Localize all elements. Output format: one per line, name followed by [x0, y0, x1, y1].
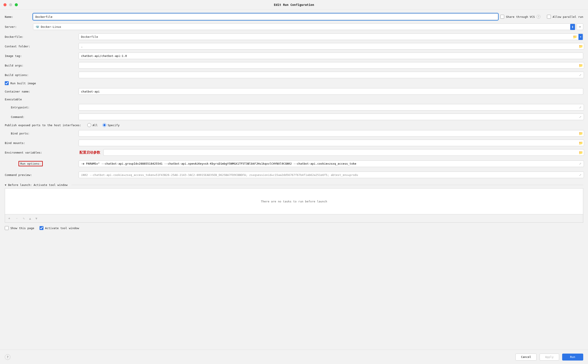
- build-options-label: Build options:: [5, 73, 77, 77]
- run-button[interactable]: Run: [562, 354, 583, 361]
- cancel-button[interactable]: Cancel: [516, 354, 536, 361]
- command-input[interactable]: [79, 114, 584, 120]
- task-toolbar: ＋ － ✎ ▲ ▼: [5, 214, 583, 223]
- allow-parallel-label: Allow parallel run: [553, 15, 583, 19]
- help-button[interactable]: ?: [5, 354, 10, 360]
- expand-icon[interactable]: ⤢: [579, 162, 583, 165]
- image-tag-label: Image tag:: [5, 54, 77, 58]
- env-vars-annotation: 配置启动参数: [79, 150, 100, 155]
- build-args-input[interactable]: [79, 62, 584, 69]
- move-up-button[interactable]: ▲: [29, 216, 31, 221]
- run-options-input[interactable]: [79, 161, 584, 167]
- ports-specify-radio[interactable]: Specify: [103, 123, 120, 127]
- allow-parallel-checkbox[interactable]: Allow parallel run: [547, 15, 583, 19]
- expand-icon[interactable]: ⤢: [579, 115, 583, 119]
- folder-icon[interactable]: 📁: [578, 150, 583, 155]
- entrypoint-label: Entrypoint:: [5, 106, 77, 109]
- container-name-label: Container name:: [5, 90, 77, 93]
- ports-all-radio[interactable]: All: [87, 123, 97, 127]
- show-this-page-checkbox[interactable]: Show this page: [5, 226, 34, 230]
- server-label: Server:: [5, 25, 31, 28]
- share-vcs-checkbox[interactable]: Share through VCS ?: [500, 15, 540, 19]
- publish-ports-label: Publish exposed ports to the host interf…: [5, 124, 81, 127]
- edit-task-button[interactable]: ✎: [23, 216, 25, 221]
- folder-icon[interactable]: 📁: [578, 63, 583, 68]
- remove-task-button[interactable]: －: [15, 216, 19, 221]
- run-built-image-label: Run built image: [10, 82, 36, 85]
- container-name-input[interactable]: [79, 88, 583, 95]
- show-this-page-label: Show this page: [10, 227, 34, 230]
- command-label: Command:: [5, 115, 77, 119]
- server-more-button[interactable]: ⋯: [577, 23, 583, 30]
- run-built-image-checkbox[interactable]: Run built image: [5, 81, 36, 85]
- command-preview-output: [79, 172, 584, 178]
- context-folder-input[interactable]: [79, 43, 584, 50]
- context-folder-label: Context folder:: [5, 45, 77, 48]
- add-task-button[interactable]: ＋: [8, 216, 11, 221]
- bind-mounts-input[interactable]: [79, 140, 584, 146]
- entrypoint-input[interactable]: [79, 104, 584, 110]
- before-launch-task-list: There are no tasks to run before launch: [5, 188, 583, 214]
- folder-icon[interactable]: 📁: [578, 131, 583, 136]
- image-tag-input[interactable]: [79, 52, 583, 59]
- activate-tool-window-checkbox[interactable]: Activate tool window: [39, 226, 79, 230]
- command-preview-label: Command preview:: [5, 173, 77, 176]
- folder-icon[interactable]: 📁: [578, 141, 583, 145]
- activate-tool-window-label: Activate tool window: [45, 227, 79, 230]
- name-label: Name:: [5, 15, 31, 19]
- bind-mounts-label: Bind mounts:: [5, 141, 77, 145]
- name-input[interactable]: [33, 13, 498, 20]
- expand-icon[interactable]: ⤢: [579, 73, 583, 77]
- executable-heading: Executable: [5, 98, 583, 101]
- run-options-label: Run options:: [19, 161, 43, 166]
- titlebar: Edit Run Configuration: [0, 0, 588, 10]
- env-vars-input[interactable]: [103, 149, 584, 156]
- expand-icon[interactable]: ⤢: [579, 173, 583, 176]
- dockerfile-value: Dockerfile: [81, 35, 98, 39]
- dockerfile-label: Dockerfile:: [5, 35, 77, 39]
- dockerfile-input[interactable]: Dockerfile 📁 ▼: [79, 33, 583, 40]
- bind-ports-label: Bind ports:: [5, 132, 77, 135]
- select-arrows-icon: ▲▼: [570, 24, 575, 30]
- server-select[interactable]: 🐳 Docker-Linux ▲▼: [33, 23, 575, 30]
- folder-icon[interactable]: 📁: [573, 35, 577, 39]
- apply-button: Apply: [540, 354, 559, 361]
- dropdown-icon[interactable]: ▼: [578, 34, 583, 40]
- before-launch-heading: Before launch: Activate tool window: [8, 183, 68, 187]
- server-value: Docker-Linux: [41, 25, 61, 28]
- help-icon[interactable]: ?: [536, 15, 540, 19]
- folder-icon[interactable]: 📁: [578, 44, 583, 48]
- docker-icon: 🐳: [35, 25, 39, 28]
- bind-ports-input[interactable]: [79, 130, 584, 136]
- build-options-input[interactable]: [79, 72, 584, 78]
- env-vars-label: Environment variables:: [5, 151, 77, 154]
- chevron-down-icon[interactable]: ▼: [5, 183, 6, 187]
- build-args-label: Build args:: [5, 64, 77, 67]
- before-launch-empty: There are no tasks to run before launch: [261, 200, 327, 203]
- expand-icon[interactable]: ⤢: [579, 106, 583, 109]
- move-down-button[interactable]: ▼: [35, 216, 37, 221]
- window-title: Edit Run Configuration: [0, 3, 588, 6]
- share-vcs-label: Share through VCS: [506, 15, 535, 19]
